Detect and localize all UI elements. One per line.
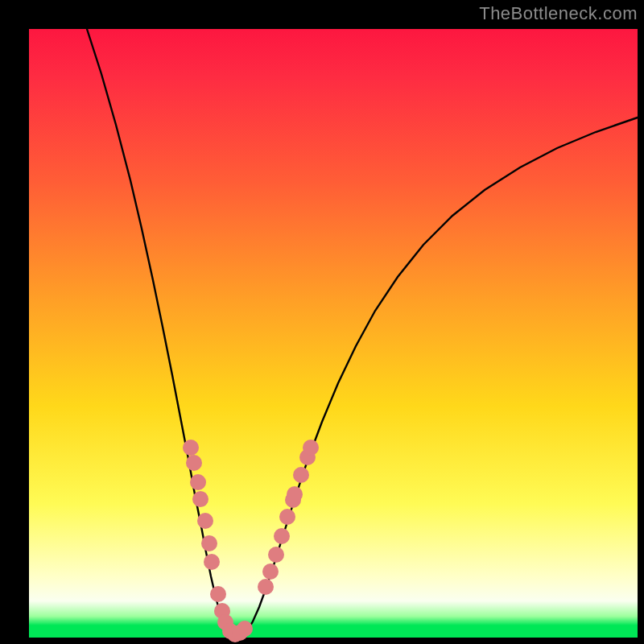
data-point <box>262 564 279 580</box>
data-point <box>287 486 303 502</box>
data-point <box>190 474 206 490</box>
data-point <box>268 547 284 563</box>
data-point <box>204 554 220 570</box>
bottleneck-curve-svg <box>29 29 638 638</box>
data-point <box>192 491 208 507</box>
data-point-markers <box>183 440 319 642</box>
data-point <box>201 535 217 551</box>
data-point <box>197 513 213 529</box>
data-point <box>279 509 295 525</box>
watermark-text: TheBottleneck.com <box>479 3 638 24</box>
data-point <box>237 621 253 637</box>
data-point <box>274 528 290 544</box>
plot-area <box>29 29 638 638</box>
data-point <box>183 440 199 456</box>
data-point <box>258 579 274 595</box>
bottleneck-curve <box>87 29 638 637</box>
data-point <box>293 467 309 483</box>
data-point <box>210 586 226 602</box>
chart-stage: TheBottleneck.com <box>0 0 644 644</box>
data-point <box>186 455 202 471</box>
data-point <box>303 440 319 456</box>
